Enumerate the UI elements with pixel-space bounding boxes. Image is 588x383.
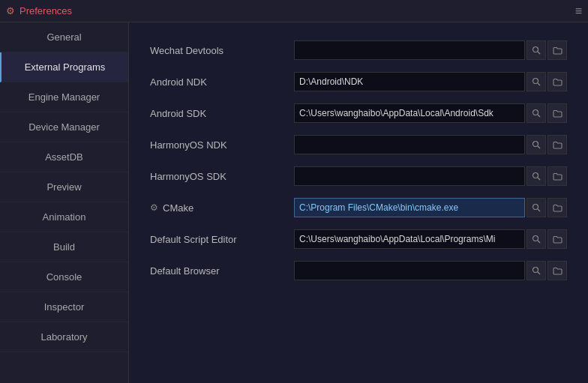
- folder-btn-harmonyos-sdk[interactable]: [548, 166, 567, 186]
- input-group-default-browser: [294, 261, 567, 280]
- label-text-harmonyos-sdk: HarmonyOS SDK: [150, 171, 226, 182]
- folder-btn-cmake[interactable]: [548, 198, 567, 217]
- search-btn-cmake[interactable]: [526, 198, 546, 217]
- form-row-cmake: ⚙CMake: [150, 198, 567, 217]
- form-label-harmonyos-ndk: HarmonyOS NDK: [150, 139, 285, 151]
- sidebar-item-animation[interactable]: Animation: [0, 202, 128, 232]
- svg-line-15: [538, 272, 540, 274]
- svg-point-4: [533, 110, 538, 115]
- folder-btn-android-sdk[interactable]: [548, 103, 567, 123]
- svg-line-3: [538, 83, 540, 85]
- input-group-harmonyos-ndk: [294, 135, 567, 154]
- main-container: GeneralExternal ProgramsEngine ManagerDe…: [0, 22, 588, 383]
- preferences-icon: ⚙: [6, 5, 15, 16]
- input-android-sdk[interactable]: [294, 103, 525, 123]
- input-group-harmonyos-sdk: [294, 166, 567, 186]
- folder-btn-wechat-devtools[interactable]: [548, 40, 567, 60]
- label-text-cmake: CMake: [163, 202, 194, 214]
- label-text-default-script-editor: Default Script Editor: [150, 234, 237, 245]
- form-row-harmonyos-ndk: HarmonyOS NDK: [150, 135, 567, 154]
- input-default-script-editor[interactable]: [294, 229, 525, 249]
- form-row-default-script-editor: Default Script Editor: [150, 229, 567, 249]
- sidebar: GeneralExternal ProgramsEngine ManagerDe…: [0, 22, 129, 383]
- search-btn-harmonyos-sdk[interactable]: [526, 166, 546, 186]
- input-group-default-script-editor: [294, 229, 567, 249]
- search-btn-harmonyos-ndk[interactable]: [526, 135, 546, 154]
- input-cmake[interactable]: [294, 198, 525, 217]
- form-label-default-script-editor: Default Script Editor: [150, 234, 285, 245]
- svg-line-5: [538, 115, 540, 117]
- form-label-default-browser: Default Browser: [150, 265, 285, 277]
- title-bar-left: ⚙ Preferences: [6, 5, 72, 16]
- search-btn-wechat-devtools[interactable]: [526, 40, 546, 60]
- folder-btn-harmonyos-ndk[interactable]: [548, 135, 567, 154]
- label-text-wechat-devtools: Wechat Devtools: [150, 45, 224, 56]
- svg-line-9: [538, 178, 540, 180]
- sidebar-item-external-programs[interactable]: External Programs: [0, 52, 128, 82]
- search-btn-default-browser[interactable]: [526, 261, 546, 280]
- input-wechat-devtools[interactable]: [294, 40, 525, 60]
- form-label-wechat-devtools: Wechat Devtools: [150, 45, 285, 56]
- svg-point-14: [533, 268, 538, 273]
- input-group-android-sdk: [294, 103, 567, 123]
- svg-line-7: [538, 146, 540, 148]
- svg-point-6: [533, 142, 538, 147]
- folder-btn-android-ndk[interactable]: [548, 72, 567, 91]
- svg-line-11: [538, 209, 540, 211]
- sidebar-item-console[interactable]: Console: [0, 262, 128, 292]
- search-btn-android-sdk[interactable]: [526, 103, 546, 123]
- content-area: Wechat DevtoolsAndroid NDKAndroid SDKHar…: [129, 22, 588, 383]
- sidebar-item-inspector[interactable]: Inspector: [0, 292, 128, 322]
- form-label-harmonyos-sdk: HarmonyOS SDK: [150, 171, 285, 182]
- menu-icon[interactable]: ≡: [575, 4, 582, 18]
- svg-line-13: [538, 241, 540, 243]
- form-label-android-ndk: Android NDK: [150, 76, 285, 88]
- svg-point-2: [533, 79, 538, 84]
- sidebar-item-general[interactable]: General: [0, 22, 128, 52]
- title-bar: ⚙ Preferences ≡: [0, 0, 588, 22]
- input-default-browser[interactable]: [294, 261, 525, 280]
- form-label-android-sdk: Android SDK: [150, 108, 285, 119]
- form-row-default-browser: Default Browser: [150, 261, 567, 280]
- input-harmonyos-ndk[interactable]: [294, 135, 525, 154]
- gear-icon-cmake: ⚙: [150, 202, 158, 213]
- form-row-wechat-devtools: Wechat Devtools: [150, 40, 567, 60]
- sidebar-item-device-manager[interactable]: Device Manager: [0, 112, 128, 142]
- sidebar-item-preview[interactable]: Preview: [0, 172, 128, 202]
- form-label-cmake: ⚙CMake: [150, 202, 285, 214]
- form-row-harmonyos-sdk: HarmonyOS SDK: [150, 166, 567, 186]
- label-text-android-ndk: Android NDK: [150, 76, 207, 88]
- input-group-cmake: [294, 198, 567, 217]
- svg-point-12: [533, 236, 538, 241]
- input-group-android-ndk: [294, 72, 567, 91]
- label-text-harmonyos-ndk: HarmonyOS NDK: [150, 139, 227, 151]
- svg-point-8: [533, 173, 538, 178]
- sidebar-item-engine-manager[interactable]: Engine Manager: [0, 82, 128, 112]
- search-btn-android-ndk[interactable]: [526, 72, 546, 91]
- label-text-android-sdk: Android SDK: [150, 108, 206, 119]
- input-group-wechat-devtools: [294, 40, 567, 60]
- sidebar-item-laboratory[interactable]: Laboratory: [0, 322, 128, 352]
- sidebar-item-build[interactable]: Build: [0, 232, 128, 262]
- sidebar-item-assetdb[interactable]: AssetDB: [0, 142, 128, 172]
- folder-btn-default-script-editor[interactable]: [548, 229, 567, 249]
- form-row-android-ndk: Android NDK: [150, 72, 567, 91]
- label-text-default-browser: Default Browser: [150, 265, 219, 277]
- svg-line-1: [538, 52, 540, 54]
- title-text: Preferences: [20, 5, 72, 16]
- folder-btn-default-browser[interactable]: [548, 261, 567, 280]
- svg-point-0: [533, 47, 538, 52]
- search-btn-default-script-editor[interactable]: [526, 229, 546, 249]
- form-row-android-sdk: Android SDK: [150, 103, 567, 123]
- svg-point-10: [533, 205, 538, 210]
- input-android-ndk[interactable]: [294, 72, 525, 91]
- input-harmonyos-sdk[interactable]: [294, 166, 525, 186]
